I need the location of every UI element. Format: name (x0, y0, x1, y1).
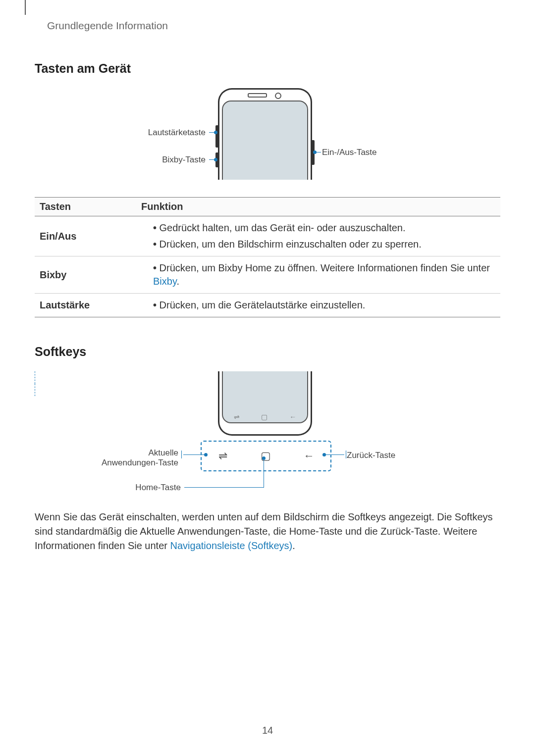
table-row: Ein/Aus Gedrückt halten, um das Gerät ei… (35, 216, 500, 256)
recents-icon: ⇌ (208, 450, 238, 462)
leader-line (324, 454, 344, 455)
back-icon: ← (289, 413, 296, 421)
link-navbar[interactable]: Navigationsleiste (Softkeys) (170, 540, 293, 551)
th-function: Funktion (136, 198, 500, 216)
cell-key: Ein/Aus (35, 216, 136, 256)
table-row: Bixby Drücken, um Bixby Home zu öffnen. … (35, 256, 500, 294)
page-number: 14 (0, 725, 535, 736)
cell-func: Drücken, um die Gerätelautstärke einzust… (136, 294, 500, 317)
leader-line (346, 451, 346, 458)
func-item: Gedrückt halten, um das Gerät ein- oder … (153, 220, 495, 236)
softkey-paragraph: Wenn Sie das Gerät einschalten, werden u… (35, 510, 500, 553)
heading-softkeys: Softkeys (35, 345, 500, 359)
text: . (292, 540, 295, 551)
table-row: Lautstärke Drücken, um die Gerätelautstä… (35, 294, 500, 317)
label-recents-key: Aktuelle Anwendungen-Taste (89, 448, 178, 467)
label-volume-key: Lautstärketaste (111, 128, 206, 138)
phone-top-illustration (218, 88, 312, 180)
cell-key: Bixby (35, 256, 136, 294)
navbar-zoom: ⇌ ▢ ← (201, 441, 331, 471)
text: Aktuelle (149, 448, 178, 457)
cell-func: Drücken, um Bixby Home zu öffnen. Weiter… (136, 256, 500, 294)
recents-icon: ⇌ (234, 413, 240, 421)
text: Anwendungen-Taste (102, 458, 178, 467)
cell-key: Lautstärke (35, 294, 136, 317)
leader-line (209, 159, 215, 160)
navbar-small: ⇌ ▢ ← (223, 411, 307, 422)
label-bixby-key: Bixby-Taste (111, 155, 206, 165)
home-icon: ▢ (251, 450, 281, 462)
leader-line (181, 451, 182, 458)
cell-func: Gedrückt halten, um das Gerät ein- oder … (136, 216, 500, 256)
keys-table: Tasten Funktion Ein/Aus Gedrückt halten,… (35, 197, 500, 317)
device-top-diagram: Lautstärketaste Bixby-Taste Ein-/Aus-Tas… (35, 88, 500, 187)
label-back-key: Zurück-Taste (347, 451, 395, 460)
leader-line (264, 458, 264, 488)
link-bixby[interactable]: Bixby (153, 276, 176, 287)
label-home-key: Home-Taste (131, 483, 181, 493)
leader-line (183, 454, 206, 455)
zoom-connector (35, 384, 35, 396)
label-power-key: Ein-/Aus-Taste (322, 148, 377, 157)
heading-keys: Tasten am Gerät (35, 61, 500, 76)
leader-dot (262, 456, 266, 460)
zoom-connector (35, 371, 35, 384)
softkey-diagram: ⇌ ▢ ← ⇌ ▢ ← Aktuelle Anwendungen-Taste Z… (35, 371, 500, 500)
func-item: Drücken, um die Gerätelautstärke einzust… (153, 297, 495, 313)
leader-line (184, 487, 264, 488)
func-item: Drücken, um Bixby Home zu öffnen. Weiter… (153, 260, 495, 290)
back-icon: ← (294, 450, 324, 462)
text: Drücken, um Bixby Home zu öffnen. Weiter… (160, 262, 490, 273)
th-key: Tasten (35, 198, 136, 216)
text: . (176, 276, 179, 287)
phone-bottom-illustration: ⇌ ▢ ← (218, 371, 312, 436)
breadcrumb: Grundlegende Information (47, 20, 500, 32)
leader-line (315, 152, 321, 152)
home-icon: ▢ (261, 413, 268, 421)
leader-line (209, 132, 215, 133)
func-item: Drücken, um den Bildschirm einzuschalten… (153, 236, 495, 252)
page-edge-rule (25, 0, 26, 15)
